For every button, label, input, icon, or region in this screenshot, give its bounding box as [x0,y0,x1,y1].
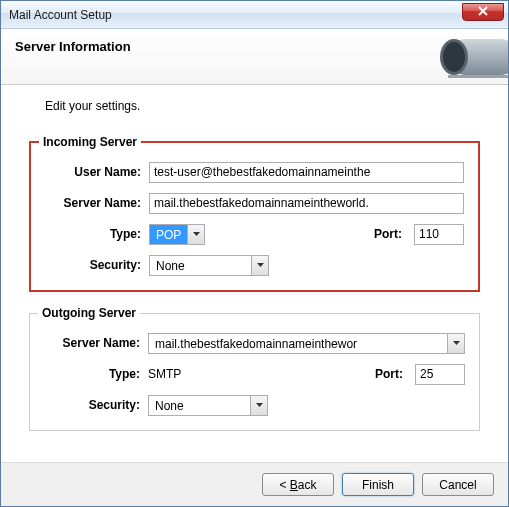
outgoing-security-label: Security: [44,398,148,412]
outgoing-servername-dropdown[interactable]: mail.thebestfakedomainnameinthewor [148,333,465,354]
outgoing-security-dropdown[interactable]: None [148,395,268,416]
outgoing-port-label: Port: [375,367,407,381]
incoming-type-value: POP [150,225,187,244]
incoming-security-dropdown[interactable]: None [149,255,269,276]
chevron-down-icon [187,225,204,244]
incoming-servername-input[interactable] [149,193,464,214]
outgoing-type-label: Type: [44,367,148,381]
incoming-type-label: Type: [45,227,149,241]
close-button[interactable] [462,3,504,21]
content-area: Edit your settings. Incoming Server User… [1,85,508,462]
svg-point-2 [443,42,465,72]
outgoing-servername-value: mail.thebestfakedomainnameinthewor [149,334,447,353]
close-icon [478,5,488,19]
titlebar[interactable]: Mail Account Setup [1,1,508,29]
outgoing-type-value: SMTP [148,367,181,381]
incoming-type-dropdown[interactable]: POP [149,224,205,245]
outgoing-port-input[interactable] [415,364,465,385]
outgoing-security-value: None [149,396,250,415]
finish-button[interactable]: Finish [342,473,414,496]
back-button[interactable]: < Back [262,473,334,496]
incoming-legend: Incoming Server [39,135,141,149]
outgoing-server-group: Outgoing Server Server Name: mail.thebes… [29,306,480,431]
chevron-down-icon [250,396,267,415]
username-label: User Name: [45,165,149,179]
incoming-servername-label: Server Name: [45,196,149,210]
chevron-down-icon [447,334,464,353]
mailbox-icon [408,29,508,85]
svg-rect-3 [448,75,508,78]
outgoing-legend: Outgoing Server [38,306,140,320]
cancel-button[interactable]: Cancel [422,473,494,496]
outgoing-servername-label: Server Name: [44,336,148,350]
window-title: Mail Account Setup [9,8,112,22]
header: Server Information [1,29,508,85]
instruction-text: Edit your settings. [45,99,480,113]
incoming-port-label: Port: [374,227,406,241]
incoming-server-group: Incoming Server User Name: Server Name: … [29,135,480,292]
incoming-port-input[interactable] [414,224,464,245]
footer: < Back Finish Cancel [1,462,508,506]
incoming-security-value: None [150,256,251,275]
chevron-down-icon [251,256,268,275]
username-input[interactable] [149,162,464,183]
incoming-security-label: Security: [45,258,149,272]
